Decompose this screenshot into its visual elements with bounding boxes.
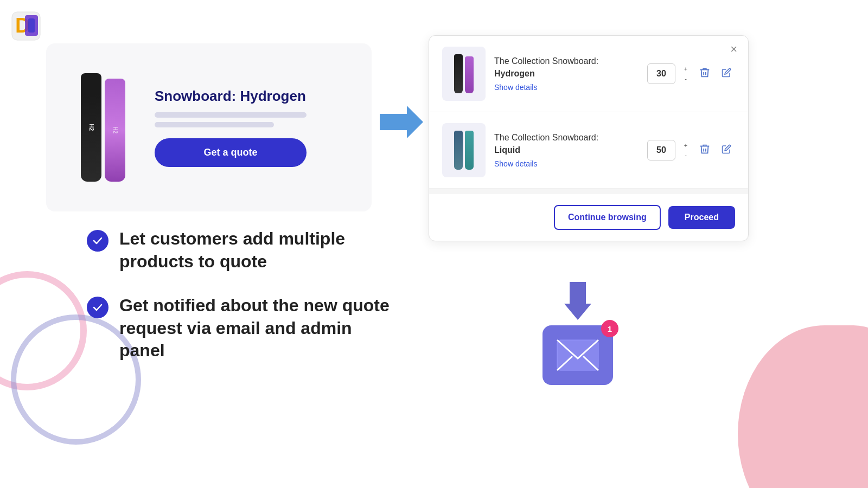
mini-boards-liquid	[454, 131, 474, 170]
qty-plus-hydrogen[interactable]: +	[680, 65, 692, 73]
svg-rect-3	[28, 18, 35, 33]
product-line-1	[155, 112, 307, 118]
item-name-line1: The Collection Snowboard:	[494, 56, 598, 66]
qty-minus-liquid[interactable]: -	[680, 151, 692, 159]
logo: D	[10, 10, 42, 42]
feature-item-2: Get notified about the new quote request…	[87, 294, 401, 362]
item-details-liquid: The Collection Snowboard: Liquid Show de…	[494, 132, 639, 169]
mini-board-teal1	[454, 131, 463, 170]
edit-liquid[interactable]	[718, 142, 735, 159]
close-button[interactable]: ×	[730, 43, 737, 55]
get-quote-button[interactable]: Get a quote	[155, 138, 307, 167]
mini-boards-hydrogen	[454, 54, 474, 93]
qty-minus-hydrogen[interactable]: -	[680, 74, 692, 83]
item-name-liquid-line1: The Collection Snowboard:	[494, 133, 598, 142]
item-name-liquid-line2: Liquid	[494, 144, 639, 156]
show-details-hydrogen[interactable]: Show details	[494, 83, 537, 92]
quote-panel: × The Collection Snowboard: Hydrogen Sho…	[429, 35, 749, 241]
product-info: Snowboard: Hydrogen Get a quote	[155, 88, 350, 167]
email-badge: 1	[601, 320, 618, 337]
edit-hydrogen[interactable]	[718, 65, 735, 82]
check-icon-1	[87, 230, 108, 252]
quote-item-hydrogen: The Collection Snowboard: Hydrogen Show …	[429, 36, 748, 112]
item-details-hydrogen: The Collection Snowboard: Hydrogen Show …	[494, 55, 639, 92]
product-lines	[155, 112, 350, 127]
board-purple	[105, 79, 125, 182]
feature-text-2: Get notified about the new quote request…	[119, 294, 401, 362]
email-notification-box: 1	[542, 325, 613, 385]
mini-board-purple	[465, 56, 474, 93]
check-icon-2	[87, 297, 108, 318]
deco-blob-pink	[738, 325, 868, 488]
product-line-2	[155, 122, 274, 127]
feature-item-1: Let customers add multiple products to q…	[87, 228, 401, 273]
snowboard-image	[81, 73, 125, 182]
feature-text-1: Let customers add multiple products to q…	[119, 228, 401, 273]
continue-browsing-button[interactable]: Continue browsing	[554, 205, 661, 230]
qty-controls-hydrogen: 30 + -	[647, 63, 735, 84]
mini-board-dark	[454, 54, 463, 93]
qty-controls-liquid: 50 + -	[647, 140, 735, 160]
separator	[429, 189, 748, 194]
email-section: 1	[542, 282, 613, 385]
qty-buttons-hydrogen: + -	[680, 65, 692, 83]
delete-liquid[interactable]	[696, 142, 713, 159]
product-image	[68, 73, 138, 182]
board-dark	[81, 73, 101, 182]
product-card: Snowboard: Hydrogen Get a quote	[46, 43, 372, 211]
svg-marker-4	[380, 106, 423, 138]
features-list: Let customers add multiple products to q…	[87, 228, 401, 384]
item-name-hydrogen: The Collection Snowboard: Hydrogen	[494, 55, 639, 80]
item-name-liquid: The Collection Snowboard: Liquid	[494, 132, 639, 156]
quote-item-liquid: The Collection Snowboard: Liquid Show de…	[429, 112, 748, 189]
item-name-line2: Hydrogen	[494, 68, 639, 80]
delete-hydrogen[interactable]	[696, 65, 713, 82]
qty-value-liquid: 50	[647, 140, 675, 160]
qty-buttons-liquid: + -	[680, 141, 692, 159]
arrow-right	[380, 106, 423, 140]
svg-marker-5	[564, 282, 591, 320]
product-title: Snowboard: Hydrogen	[155, 88, 350, 105]
email-envelope-icon	[556, 339, 599, 371]
item-image-hydrogen	[442, 47, 486, 101]
item-image-liquid	[442, 123, 486, 177]
mini-board-teal2	[465, 131, 474, 170]
panel-footer: Continue browsing Proceed	[429, 194, 748, 241]
qty-value-hydrogen: 30	[647, 63, 675, 84]
qty-plus-liquid[interactable]: +	[680, 141, 692, 150]
show-details-liquid[interactable]: Show details	[494, 159, 537, 168]
down-arrow-icon	[564, 282, 591, 320]
proceed-button[interactable]: Proceed	[668, 206, 735, 229]
